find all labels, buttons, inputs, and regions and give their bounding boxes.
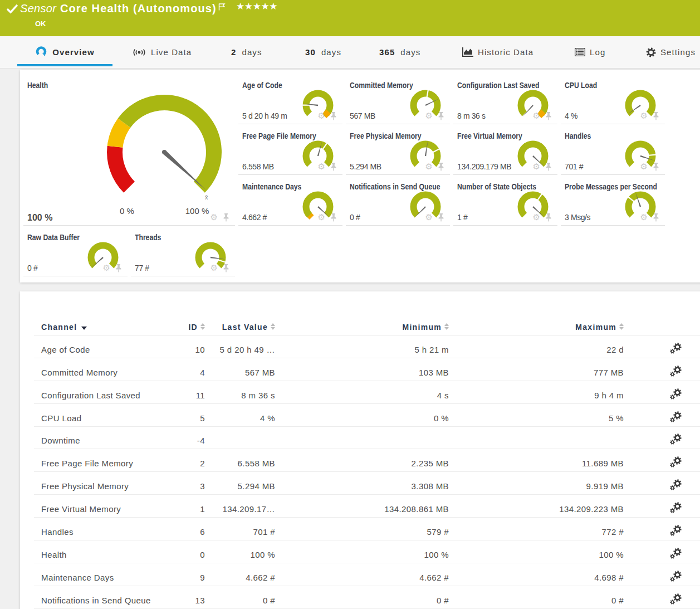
- gauge-gear-icon[interactable]: ⚙: [640, 112, 648, 120]
- gauge-tile: Configuration Last Saved 8 m 36 s ⚙: [453, 74, 557, 124]
- tab-2-days[interactable]: 2 days: [231, 36, 262, 68]
- tab-365-days[interactable]: 365 days: [379, 36, 420, 68]
- tab-settings-label: Settings: [660, 47, 696, 57]
- gauge-gear-icon[interactable]: ⚙: [533, 213, 540, 222]
- gauge-gear-icon[interactable]: ⚙: [211, 264, 218, 272]
- channel-row[interactable]: Free Physical Memory 3 5.294 MB 3.308 MB…: [34, 472, 700, 495]
- tab-log[interactable]: Log: [575, 36, 605, 68]
- column-header-maximum[interactable]: Maximum: [34, 323, 624, 332]
- channel-settings-button[interactable]: [669, 524, 683, 537]
- gauge-tile: CPU Load 4 % ⚙: [561, 74, 665, 124]
- channel-row[interactable]: CPU Load 5 4 % 0 % 5 %: [34, 404, 700, 427]
- gauge-tile-value: 567 MB: [350, 111, 375, 120]
- pin-icon[interactable]: [330, 163, 337, 171]
- channel-maximum: 9 h 4 m: [34, 391, 624, 400]
- channel-row[interactable]: Maintenance Days 9 4.662 # 4.662 # 4.698…: [34, 563, 700, 586]
- gauge-tile-value: 1 #: [457, 213, 467, 222]
- channel-settings-gear-icon: [669, 410, 683, 423]
- object-kind-label: Sensor: [20, 2, 56, 15]
- channel-maximum: 11.689 MB: [34, 459, 624, 468]
- channel-settings-button[interactable]: [669, 342, 683, 355]
- gauge-gear-icon[interactable]: ⚙: [533, 112, 540, 120]
- pin-icon[interactable]: [438, 163, 444, 171]
- gauge-gear-icon[interactable]: ⚙: [211, 213, 218, 222]
- tab-live-data[interactable]: Live Data: [132, 36, 192, 68]
- channel-maximum: 22 d: [34, 345, 624, 354]
- health-gauge-value: 100 %: [27, 213, 52, 223]
- page-title: Core Health (Autonomous): [60, 2, 217, 15]
- tab-log-label: Log: [590, 47, 605, 57]
- pin-icon[interactable]: [545, 112, 552, 120]
- pin-icon[interactable]: [330, 213, 337, 222]
- gauge-tile: Number of State Objects 1 # ⚙: [453, 175, 557, 226]
- pin-icon[interactable]: [545, 213, 552, 222]
- pin-icon[interactable]: [330, 112, 337, 120]
- pin-icon[interactable]: [438, 213, 444, 222]
- channel-row[interactable]: Health 0 100 % 100 % 100 %: [34, 540, 700, 563]
- gauge-gear-icon[interactable]: ⚙: [103, 264, 110, 272]
- channel-maximum: 134.209.223 MB: [34, 504, 624, 514]
- priority-stars[interactable]: ★★★★★: [236, 1, 277, 12]
- settings-gear-icon: [646, 47, 656, 57]
- tab-settings[interactable]: Settings: [646, 36, 696, 68]
- channel-settings-button[interactable]: [669, 455, 683, 469]
- gauge-gear-icon[interactable]: ⚙: [318, 163, 325, 171]
- channel-settings-button[interactable]: [669, 364, 683, 378]
- channel-settings-gear-icon: [669, 547, 683, 560]
- gauge-tile-value: 701 #: [565, 162, 583, 171]
- channel-settings-gear-icon: [669, 387, 683, 401]
- channel-row[interactable]: Handles 6 701 # 579 # 772 #: [34, 518, 700, 540]
- active-tab-underline: [17, 64, 112, 66]
- channel-maximum: 4.698 #: [34, 573, 624, 582]
- channel-row[interactable]: Configuration Last Saved 11 8 m 36 s 4 s…: [34, 381, 700, 404]
- tab-historic-data[interactable]: Historic Data: [462, 36, 533, 68]
- pin-icon[interactable]: [223, 264, 229, 272]
- live-data-icon: [132, 47, 146, 57]
- gauge-tile-value: 4 %: [565, 111, 577, 120]
- tab-overview[interactable]: Overview: [17, 36, 112, 68]
- channel-settings-button[interactable]: [669, 410, 683, 423]
- pin-icon[interactable]: [653, 163, 659, 171]
- pin-icon[interactable]: [438, 112, 444, 120]
- channel-row[interactable]: Committed Memory 4 567 MB 103 MB 777 MB: [34, 358, 700, 381]
- channel-settings-gear-icon: [669, 478, 683, 491]
- gauge-gear-icon[interactable]: ⚙: [640, 213, 648, 222]
- channel-settings-button[interactable]: [669, 547, 683, 560]
- gauge-gear-icon[interactable]: ⚙: [318, 213, 325, 222]
- channel-row[interactable]: Age of Code 10 5 d 20 h 49 … 5 h 21 m 22…: [34, 335, 700, 358]
- gauge-tile: Age of Code 5 d 20 h 49 m ⚙: [238, 74, 342, 124]
- gauge-gear-icon[interactable]: ⚙: [425, 112, 433, 120]
- channel-settings-button[interactable]: [669, 478, 683, 491]
- channel-settings-button[interactable]: [669, 569, 683, 583]
- channel-settings-button[interactable]: [669, 592, 683, 606]
- sort-icon: [619, 323, 624, 330]
- gauge-tile-value: 8 m 36 s: [457, 111, 486, 120]
- status-badge: OK: [35, 20, 46, 28]
- channel-settings-button[interactable]: [669, 387, 683, 401]
- pin-icon[interactable]: [653, 213, 659, 222]
- channel-settings-gear-icon: [669, 342, 683, 355]
- pin-icon[interactable]: [223, 213, 229, 222]
- gauge-tile-value: 6.558 MB: [242, 162, 274, 171]
- channel-row[interactable]: Downtime -4: [34, 427, 700, 450]
- gauge-gear-icon[interactable]: ⚙: [318, 112, 325, 120]
- pin-icon[interactable]: [545, 163, 552, 171]
- gauge-gear-icon[interactable]: ⚙: [640, 163, 648, 171]
- channel-row[interactable]: Notifications in Send Queue 13 0 # 0 # 0…: [34, 586, 700, 609]
- channel-settings-button[interactable]: [669, 501, 683, 514]
- gauge-gear-icon[interactable]: ⚙: [425, 163, 433, 171]
- pin-icon[interactable]: [653, 112, 659, 120]
- priority-flag-icon[interactable]: [218, 3, 226, 11]
- channel-settings-button[interactable]: [669, 432, 683, 446]
- channel-row[interactable]: Free Page File Memory 2 6.558 MB 2.235 M…: [34, 449, 700, 472]
- tab-30-days-number: 30: [305, 47, 316, 57]
- channel-row[interactable]: Free Virtual Memory 1 134.209.17… 134.20…: [34, 495, 700, 518]
- gauge-gear-icon[interactable]: ⚙: [533, 163, 540, 171]
- pin-icon[interactable]: [115, 264, 122, 272]
- gauge-gear-icon[interactable]: ⚙: [425, 213, 433, 222]
- channel-settings-gear-icon: [669, 432, 683, 446]
- channel-maximum: 5 %: [34, 413, 624, 423]
- channel-maximum: 9.919 MB: [34, 481, 624, 491]
- tab-30-days[interactable]: 30 days: [305, 36, 341, 68]
- channel-settings-gear-icon: [669, 455, 683, 469]
